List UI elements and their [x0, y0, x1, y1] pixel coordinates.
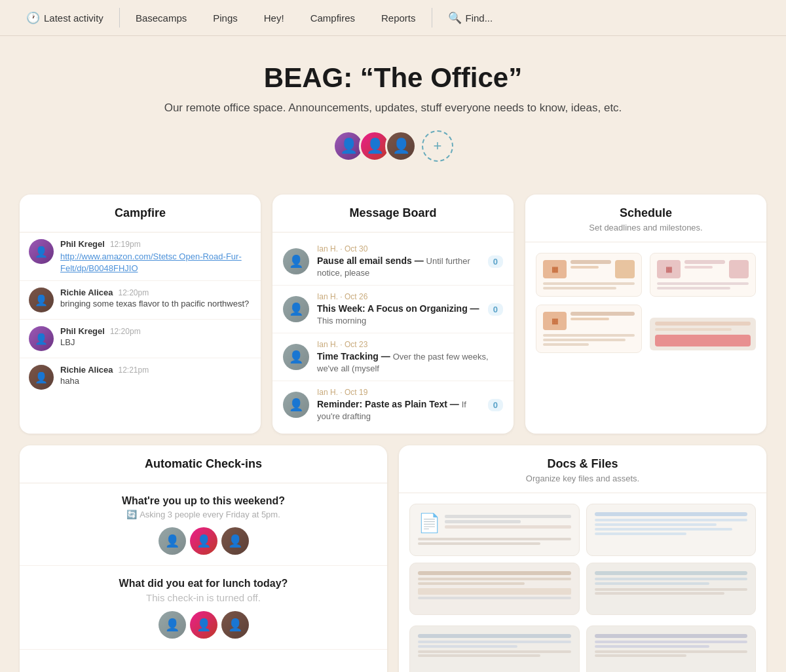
doc-block-6 — [586, 625, 757, 672]
refresh-icon: 🔄 — [126, 510, 137, 519]
msg-text-3: LBJ — [60, 337, 252, 347]
mb-item-3[interactable]: 👤 Ian H. · Oct 23 Time Tracking — Over t… — [272, 333, 514, 381]
campfires-nav[interactable]: Campfires — [297, 0, 368, 36]
checkins-title: Automatic Check-ins — [30, 457, 377, 471]
doc-block-1: 📄 — [409, 504, 580, 556]
mb-meta-3: Ian H. · Oct 23 — [317, 340, 503, 349]
campfire-message-2: 👤 Richie Alicea 12:20pm bringing some te… — [20, 281, 261, 320]
nav-divider-1 — [119, 8, 120, 28]
sched-block-4 — [650, 305, 756, 353]
mb-item-1[interactable]: 👤 Ian H. · Oct 30 Pause all email sends … — [272, 238, 514, 286]
mb-item-2[interactable]: 👤 Ian H. · Oct 26 This Week: A Focus on … — [272, 286, 514, 333]
ci-avatar-1c: 👤 — [221, 527, 249, 555]
campfire-message-1: 👤 Phil Kregel 12:19pm http://www.amazon.… — [20, 233, 261, 281]
campfire-msg-avatar-4: 👤 — [29, 365, 54, 390]
campfire-message-4: 👤 Richie Alicea 12:21pm haha — [20, 358, 261, 396]
ci-avatar-1b: 👤 — [190, 527, 217, 555]
checkin-question-2: What did you eat for lunch today? — [39, 578, 367, 589]
schedule-title: Schedule — [536, 206, 756, 220]
docs-title: Docs & Files — [409, 457, 756, 471]
checkin-schedule-1: 🔄 Asking 3 people every Friday at 5pm. — [39, 510, 367, 519]
add-person-button[interactable]: + — [422, 130, 453, 162]
page-title: BEAG: “The Office” — [13, 62, 773, 94]
doc-block-3 — [409, 563, 580, 615]
checkin-avatars-1: 👤 👤 👤 — [39, 527, 367, 555]
ci-avatar-2c: 👤 — [221, 611, 249, 639]
msg-author-4: Richie Alicea — [60, 365, 113, 375]
msg-author-3: Phil Kregel — [60, 326, 105, 336]
mb-title-2: This Week: A Focus on Organizing — — [317, 303, 479, 314]
checkins-card: Automatic Check-ins What're you up to th… — [20, 445, 387, 672]
hey-nav[interactable]: Hey! — [251, 0, 297, 36]
message-board-card: Message Board 👤 Ian H. · Oct 30 Pause al… — [272, 195, 514, 434]
mb-avatar-3: 👤 — [283, 344, 309, 370]
sched-block-1: ▦ — [536, 253, 642, 297]
ci-avatar-1a: 👤 — [159, 527, 186, 555]
ci-avatar-2b: 👤 — [190, 611, 217, 639]
sched-block-3: ▦ — [536, 305, 642, 353]
reports-label: Reports — [381, 12, 416, 24]
mb-avatar-1: 👤 — [283, 248, 309, 274]
checkin-item-2: What did you eat for lunch today? This c… — [20, 566, 387, 650]
mb-meta-2: Ian H. · Oct 26 — [317, 292, 480, 301]
schedule-card: Schedule Set deadlines and milestones. ▦ — [525, 195, 766, 434]
msg-text-2: bringing some texas flavor to th pacific… — [60, 299, 252, 308]
checkins-header: Automatic Check-ins — [20, 445, 387, 483]
mb-preview-2: This morning — [317, 316, 366, 326]
hey-label: Hey! — [264, 12, 284, 24]
msg-link-1[interactable]: http://www.amazon.com/Stetsc Open-Road-F… — [60, 252, 242, 273]
docs-illustrations: 📄 — [399, 493, 766, 625]
msg-time-1: 12:19pm — [110, 240, 141, 249]
latest-activity-nav[interactable]: 🕐 Latest activity — [13, 0, 117, 36]
message-board-header: Message Board — [272, 195, 514, 233]
mb-avatar-4: 👤 — [283, 392, 309, 418]
campfire-title: Campfire — [30, 206, 250, 220]
pings-nav[interactable]: Pings — [200, 0, 251, 36]
message-board-list: 👤 Ian H. · Oct 30 Pause all email sends … — [272, 233, 514, 434]
campfire-card: Campfire 👤 Phil Kregel 12:19pm http://ww… — [20, 195, 261, 434]
schedule-illustration: ▦ ▦ — [525, 242, 766, 364]
member-avatars: 👤 👤 👤 + — [13, 130, 773, 162]
docs-header: Docs & Files Organize key files and asse… — [399, 445, 766, 493]
checkin-question-1: What're you up to this weekend? — [39, 495, 367, 507]
latest-activity-label: Latest activity — [44, 12, 103, 24]
campfire-msg-avatar-2: 👤 — [29, 288, 54, 312]
mb-badge-2: 0 — [488, 303, 503, 316]
msg-time-2: 12:20pm — [118, 288, 149, 297]
docs-files-card: Docs & Files Organize key files and asse… — [399, 445, 766, 672]
reports-nav[interactable]: Reports — [368, 0, 429, 36]
search-icon: 🔍 — [448, 11, 462, 25]
docs-row-2 — [399, 625, 766, 672]
mb-item-4[interactable]: 👤 Ian H. · Oct 19 Reminder: Paste as Pla… — [272, 381, 514, 428]
checkin-avatars-2: 👤 👤 👤 — [39, 611, 367, 639]
msg-time-4: 12:21pm — [118, 365, 149, 375]
ci-avatar-2a: 👤 — [159, 611, 186, 639]
campfire-messages: 👤 Phil Kregel 12:19pm http://www.amazon.… — [20, 233, 261, 396]
bottom-cards-grid: Automatic Check-ins What're you up to th… — [0, 445, 786, 672]
top-cards-grid: Campfire 👤 Phil Kregel 12:19pm http://ww… — [0, 195, 786, 434]
clock-icon: 🕐 — [26, 11, 40, 25]
mb-meta-1: Ian H. · Oct 30 — [317, 244, 480, 253]
page-subtitle: Our remote office space. Announcements, … — [13, 102, 773, 115]
mb-badge-4: 0 — [488, 399, 503, 411]
find-nav[interactable]: 🔍 Find... — [435, 0, 506, 36]
basecamps-nav[interactable]: Basecamps — [122, 0, 200, 36]
top-navigation: 🕐 Latest activity Basecamps Pings Hey! C… — [0, 0, 786, 36]
nav-divider-2 — [432, 8, 432, 28]
msg-author-2: Richie Alicea — [60, 288, 113, 297]
campfire-msg-avatar-3: 👤 — [29, 326, 54, 351]
checkin-item-1: What're you up to this weekend? 🔄 Asking… — [20, 483, 387, 566]
campfire-message-3: 👤 Phil Kregel 12:20pm LBJ — [20, 320, 261, 358]
campfire-msg-avatar-1: 👤 — [29, 239, 54, 264]
msg-text-4: haha — [60, 376, 252, 386]
find-label: Find... — [466, 12, 493, 24]
message-board-title: Message Board — [283, 206, 503, 220]
hero-section: BEAG: “The Office” Our remote office spa… — [0, 36, 786, 195]
mb-title-1: Pause all email sends — — [317, 255, 426, 266]
mb-avatar-2: 👤 — [283, 296, 309, 322]
msg-time-3: 12:20pm — [110, 327, 141, 336]
mb-title-3: Time Tracking — — [317, 351, 393, 362]
schedule-header: Schedule Set deadlines and milestones. — [525, 195, 766, 242]
basecamps-label: Basecamps — [136, 12, 187, 24]
msg-author-1: Phil Kregel — [60, 239, 105, 249]
